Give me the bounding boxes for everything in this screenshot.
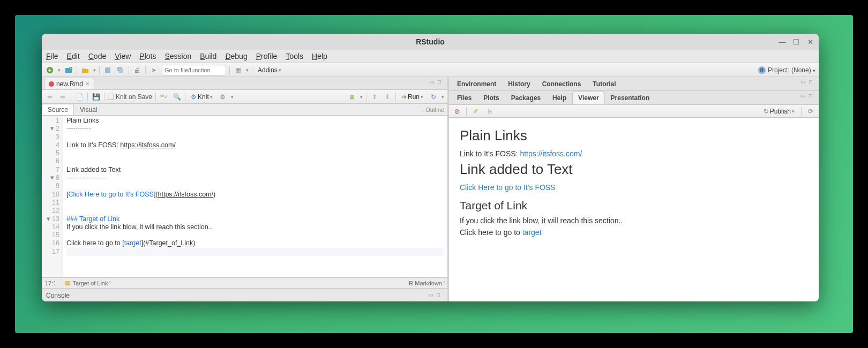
spellcheck-icon[interactable]: ᴬᴮ✓ [159, 92, 169, 102]
viewer-link-1[interactable]: https://itsfoss.com/ [520, 149, 582, 158]
viewer-p4: Click here to go to target [460, 228, 808, 237]
console-pane-max-icon[interactable]: □ [437, 292, 444, 299]
run-arrow-icon: ➔ [401, 93, 407, 101]
menu-file[interactable]: File [46, 52, 58, 60]
knit-on-save-checkbox[interactable]: Knit on Save [108, 93, 152, 101]
viewer-h2: Link added to Text [460, 161, 808, 178]
nav-up-icon[interactable]: ⬆ [370, 92, 379, 102]
source-tabs: new.Rmd ✕ ▭□ [42, 77, 447, 90]
menu-code[interactable]: Code [88, 52, 106, 60]
titlebar: RStudio — ☐ ✕ [42, 34, 819, 50]
menu-debug[interactable]: Debug [225, 52, 247, 60]
viewer-tab-presentation[interactable]: Presentation [605, 92, 656, 104]
file-tab-label: new.Rmd [56, 80, 83, 88]
save-doc-icon[interactable]: 💾 [91, 92, 101, 102]
menu-build[interactable]: Build [200, 52, 216, 60]
maximize-button[interactable]: ☐ [790, 35, 803, 48]
broom-icon[interactable]: ✐ [471, 107, 481, 116]
viewer-link-3[interactable]: target [522, 228, 542, 237]
code-editor[interactable]: 1▾ 234567▾ 89101112▾ 1314151617 Plain Li… [42, 116, 447, 277]
menu-profile[interactable]: Profile [256, 52, 278, 60]
run-button[interactable]: ➔Run ▾ [399, 93, 425, 101]
file-tab[interactable]: new.Rmd ✕ [44, 78, 94, 89]
language-mode[interactable]: R Markdown [409, 280, 442, 286]
menu-edit[interactable]: Edit [67, 52, 80, 60]
output-options-icon[interactable]: ⚙ [218, 92, 228, 102]
viewer-pane-max-icon[interactable]: □ [809, 93, 817, 100]
cursor-position: 17:1 [45, 280, 56, 286]
viewer-link-2[interactable]: Click Here to go to It's FOSS [460, 183, 556, 192]
new-file-icon[interactable] [45, 65, 55, 75]
viewer-h1: Plain Links [460, 127, 808, 144]
print-icon[interactable]: 🖨 [132, 65, 142, 75]
viewer-tab-help[interactable]: Help [547, 92, 572, 104]
viewer-pane-min-icon[interactable]: ▭ [800, 93, 808, 100]
viewer-tab-packages[interactable]: Packages [505, 92, 547, 104]
mode-source-tab[interactable]: Source [42, 104, 74, 115]
outline-toggle[interactable]: ≡ Outline [418, 104, 447, 115]
goto-arrow-icon[interactable]: ➤ [149, 65, 159, 75]
show-in-new-window-icon[interactable]: 📄 [74, 92, 84, 102]
save-icon[interactable] [103, 65, 113, 75]
console-pane-min-icon[interactable]: ▭ [428, 292, 436, 299]
viewer-tab-plots[interactable]: Plots [477, 92, 505, 104]
popout-viewer-icon[interactable]: ⎘ [485, 107, 495, 116]
section-name[interactable]: Target of Link [72, 280, 108, 286]
goto-file-input[interactable] [162, 65, 226, 75]
svg-rect-3 [105, 67, 110, 73]
menu-tools[interactable]: Tools [286, 52, 303, 60]
outline-icon: ≡ [421, 107, 424, 113]
env-pane-max-icon[interactable]: □ [809, 79, 817, 86]
viewer-tabs: FilesPlotsPackagesHelpViewerPresentation… [449, 91, 819, 105]
pane-minimize-icon[interactable]: ▭ [429, 79, 437, 86]
rstudio-window: RStudio — ☐ ✕ File Edit Code View Plots … [42, 34, 819, 301]
minimize-button[interactable]: — [776, 35, 789, 48]
rmd-file-icon [49, 81, 54, 87]
insert-chunk-icon[interactable]: ⊞ [347, 92, 357, 102]
source-pane: new.Rmd ✕ ▭□ ⬅ ➡ 📄 💾 Knit on Save ᴬᴮ✓ [42, 77, 449, 301]
new-project-icon[interactable] [64, 65, 73, 75]
nav-down-icon[interactable]: ⬇ [383, 92, 392, 102]
close-tab-icon[interactable]: ✕ [85, 81, 89, 87]
editor-content[interactable]: Plain Links----------- Link to It's FOSS… [63, 116, 447, 277]
back-arrow-icon[interactable]: ⬅ [45, 92, 55, 102]
refresh-viewer-icon[interactable]: ⟳ [806, 107, 815, 116]
env-tab-tutorial[interactable]: Tutorial [587, 78, 622, 90]
viewer-h3: Target of Link [460, 199, 808, 212]
close-button[interactable]: ✕ [804, 35, 817, 48]
console-pane[interactable]: Console ▭□ [42, 288, 447, 301]
viewer-p3: If you click the link blow, it will reac… [460, 216, 808, 225]
main-toolbar: ▾ ▾ 🖨 ➤ ▦▾ Addins ▾ R Project: (None) ▾ [42, 63, 819, 77]
find-replace-icon[interactable]: 🔍 [172, 92, 182, 102]
restart-run-icon[interactable]: ↻ [429, 92, 438, 102]
menubar: File Edit Code View Plots Session Build … [42, 50, 819, 63]
section-indicator-icon: ▦ [65, 279, 70, 286]
env-tab-connections[interactable]: Connections [536, 78, 587, 90]
project-menu[interactable]: Project: (None) ▾ [768, 66, 815, 74]
viewer-p1: Link to It's FOSS: https://itsfoss.com/ [460, 149, 808, 158]
publish-icon: ↻ [764, 108, 769, 115]
grid-view-icon[interactable]: ▦ [233, 65, 243, 75]
viewer-tab-files[interactable]: Files [451, 92, 477, 104]
publish-button[interactable]: ↻ Publish ▾ [761, 108, 797, 115]
addins-button[interactable]: Addins ▾ [256, 66, 283, 74]
menu-help[interactable]: Help [312, 52, 327, 60]
menu-plots[interactable]: Plots [139, 52, 156, 60]
mode-visual-tab[interactable]: Visual [74, 104, 103, 115]
clear-viewer-icon[interactable]: ⊘ [452, 107, 462, 116]
viewer-tab-viewer[interactable]: Viewer [572, 92, 604, 104]
env-tab-history[interactable]: History [502, 78, 536, 90]
desktop-background: RStudio — ☐ ✕ File Edit Code View Plots … [15, 15, 853, 333]
mode-tabs: Source Visual ≡ Outline [42, 104, 447, 116]
r-logo-icon: R [758, 66, 766, 74]
env-pane-min-icon[interactable]: ▭ [800, 79, 808, 86]
knit-button[interactable]: ⚙Knit ▾ [189, 93, 215, 101]
pane-maximize-icon[interactable]: □ [438, 79, 445, 86]
env-tab-environment[interactable]: Environment [451, 78, 502, 90]
save-all-icon[interactable] [116, 65, 125, 75]
menu-session[interactable]: Session [164, 52, 191, 60]
viewer-toolbar: ⊘ ✐ ⎘ ↻ Publish ▾ ⟳ [449, 105, 819, 118]
open-file-icon[interactable] [80, 65, 90, 75]
menu-view[interactable]: View [115, 52, 131, 60]
forward-arrow-icon[interactable]: ➡ [58, 92, 68, 102]
